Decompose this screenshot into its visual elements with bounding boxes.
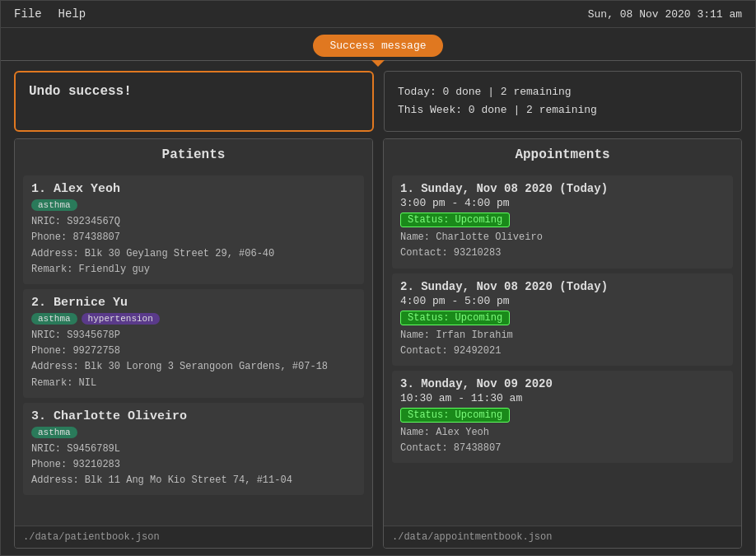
appointment-item[interactable]: 3. Monday, Nov 09 2020 10:30 am - 11:30 … xyxy=(392,371,733,463)
patient-name: 3. Charlotte Oliveiro xyxy=(31,409,356,423)
content-area: Undo success! Today: 0 done | 2 remainin… xyxy=(1,61,755,555)
patients-footer: ./data/patientbook.json xyxy=(15,526,372,548)
status-badge: Status: Upcoming xyxy=(400,311,510,325)
status-badge: Status: Upcoming xyxy=(400,213,510,227)
patient-name: 2. Bernice Yu xyxy=(31,296,356,310)
menu-file[interactable]: File xyxy=(14,7,42,21)
patient-item[interactable]: 2. Bernice Yu asthma hypertension NRIC: … xyxy=(23,289,364,398)
patients-header: Patients xyxy=(15,139,372,171)
stats-panel: Today: 0 done | 2 remaining This Week: 0… xyxy=(384,71,742,132)
appointment-time: 10:30 am - 11:30 am xyxy=(400,392,725,404)
success-arrow-icon xyxy=(371,60,385,67)
success-message-button[interactable]: Success message xyxy=(313,35,442,57)
patient-item[interactable]: 1. Alex Yeoh asthma NRIC: S9234567Q Phon… xyxy=(23,175,364,284)
appointments-panel: Appointments 1. Sunday, Nov 08 2020 (Tod… xyxy=(383,138,742,549)
menu-items: File Help xyxy=(14,7,86,21)
success-bar: Success message xyxy=(1,28,755,60)
datetime-display: Sun, 08 Nov 2020 3:11 am xyxy=(588,8,742,21)
appointment-item[interactable]: 2. Sunday, Nov 08 2020 (Today) 4:00 pm -… xyxy=(392,273,733,366)
undo-text: Undo success! xyxy=(29,84,132,99)
patient-tags: asthma hypertension xyxy=(31,313,356,325)
menu-bar: File Help Sun, 08 Nov 2020 3:11 am xyxy=(1,1,755,28)
appointment-time: 4:00 pm - 5:00 pm xyxy=(400,295,725,307)
appointments-footer: ./data/appointmentbook.json xyxy=(384,526,741,548)
undo-panel: Undo success! xyxy=(14,71,374,132)
status-badge: Status: Upcoming xyxy=(400,408,510,423)
main-panels: Patients 1. Alex Yeoh asthma NRIC: S9234… xyxy=(1,138,755,555)
appointment-detail: Name: Charlotte Oliveiro Contact: 932102… xyxy=(400,230,725,261)
menu-help[interactable]: Help xyxy=(58,7,86,21)
patient-detail: NRIC: S9456789L Phone: 93210283 Address:… xyxy=(31,442,356,489)
patient-item[interactable]: 3. Charlotte Oliveiro asthma NRIC: S9456… xyxy=(23,403,364,496)
stats-today: Today: 0 done | 2 remaining xyxy=(398,83,728,101)
tag-asthma: asthma xyxy=(31,427,77,438)
appointment-date: 2. Sunday, Nov 08 2020 (Today) xyxy=(400,280,725,293)
patients-body[interactable]: 1. Alex Yeoh asthma NRIC: S9234567Q Phon… xyxy=(15,171,372,526)
patients-panel: Patients 1. Alex Yeoh asthma NRIC: S9234… xyxy=(14,138,373,549)
appointment-time: 3:00 pm - 4:00 pm xyxy=(400,197,725,209)
stats-thisweek: This Week: 0 done | 2 remaining xyxy=(398,101,728,119)
patient-detail: NRIC: S9234567Q Phone: 87438807 Address:… xyxy=(31,214,356,278)
top-panels: Undo success! Today: 0 done | 2 remainin… xyxy=(1,61,755,138)
appointment-detail: Name: Alex Yeoh Contact: 87438807 xyxy=(400,425,725,456)
appointment-item[interactable]: 1. Sunday, Nov 08 2020 (Today) 3:00 pm -… xyxy=(392,175,733,268)
patient-name: 1. Alex Yeoh xyxy=(31,182,356,196)
appointments-header: Appointments xyxy=(384,139,741,171)
patient-tags: asthma xyxy=(31,427,356,438)
appointment-date: 3. Monday, Nov 09 2020 xyxy=(400,377,725,390)
appointment-detail: Name: Irfan Ibrahim Contact: 92492021 xyxy=(400,328,725,359)
patient-tags: asthma xyxy=(31,199,356,211)
tag-asthma: asthma xyxy=(31,313,77,325)
tag-hypertension: hypertension xyxy=(82,313,160,325)
patient-detail: NRIC: S9345678P Phone: 99272758 Address:… xyxy=(31,328,356,391)
appointment-date: 1. Sunday, Nov 08 2020 (Today) xyxy=(400,182,725,195)
app-window: File Help Sun, 08 Nov 2020 3:11 am Succe… xyxy=(0,0,756,556)
tag-asthma: asthma xyxy=(31,199,77,211)
appointments-body[interactable]: 1. Sunday, Nov 08 2020 (Today) 3:00 pm -… xyxy=(384,171,741,526)
